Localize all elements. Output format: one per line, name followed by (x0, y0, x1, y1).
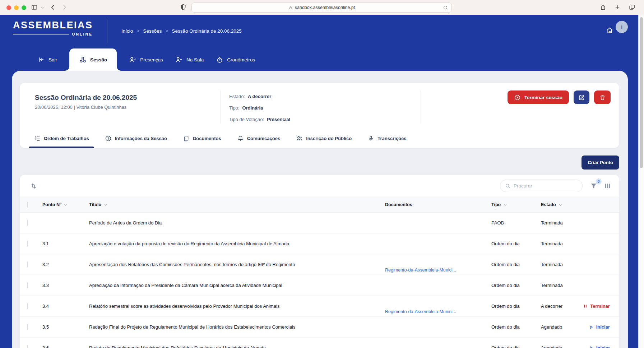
people-icon (296, 135, 303, 142)
cell-tipo: Ordem do dia (475, 324, 526, 330)
info-icon (105, 135, 112, 142)
play-icon (589, 325, 594, 330)
lock-icon (288, 5, 293, 10)
action-label: Terminar (590, 303, 610, 309)
tabs-overview-icon[interactable] (629, 4, 635, 11)
start-point-button[interactable]: Iniciar (589, 324, 610, 330)
person-check-icon (129, 56, 136, 64)
tab-sair[interactable]: Sair (38, 56, 57, 63)
privacy-shield-icon[interactable] (180, 3, 187, 11)
home-icon[interactable] (606, 26, 614, 34)
tab-na-sala-label: Na Sala (186, 57, 204, 62)
column-header-tipo[interactable]: Tipo (475, 202, 526, 207)
column-header-estado[interactable]: Estado (526, 202, 572, 207)
sort-updown-icon[interactable] (30, 182, 38, 190)
tab-cronometros[interactable]: Cronómetros (216, 56, 255, 64)
subtab-transcricoes[interactable]: Transcrições (363, 129, 411, 148)
cell-tipo: Ordem do dia (475, 303, 526, 309)
terminate-session-button[interactable]: Terminar sessão (508, 91, 569, 104)
traffic-lights (6, 5, 26, 10)
avatar-initial: I (621, 24, 622, 30)
points-table-card: 0 Ponto Nº Título Documentos Tipo (20, 175, 619, 348)
cell-titulo: Redação Final do Projeto de Regulamento … (89, 324, 356, 330)
columns-icon[interactable] (604, 182, 611, 190)
tab-cronometros-label: Cronómetros (227, 57, 255, 62)
cell-titulo: Apresentação dos Relatórios das Comissõe… (89, 262, 356, 267)
delete-session-button[interactable] (594, 91, 611, 104)
tab-na-sala[interactable]: Na Sala (175, 56, 204, 64)
new-tab-icon[interactable] (614, 4, 621, 11)
breadcrumb-link-inicio[interactable]: Início (121, 28, 133, 34)
search-box[interactable] (500, 180, 583, 192)
create-point-button[interactable]: Criar Ponto (582, 156, 619, 170)
edit-session-button[interactable] (574, 91, 589, 104)
row-checkbox[interactable] (27, 241, 28, 247)
row-checkbox[interactable] (27, 345, 28, 348)
browser-chrome: sandbox.assembleiasonline.pt (0, 0, 644, 15)
row-checkbox[interactable] (27, 324, 28, 330)
sidebar-toggle-icon[interactable] (31, 4, 38, 11)
breadcrumb-link-sessoes[interactable]: Sessões (143, 28, 162, 34)
session-card: Sessão Ordinária de 20.06.2025 20/06/202… (20, 83, 619, 148)
subtab-informacoes-da-sessao[interactable]: Informações da Sessão (100, 129, 172, 148)
row-checkbox[interactable] (27, 303, 28, 309)
table-row: 3.2 Apresentação dos Relatórios das Comi… (20, 254, 619, 275)
cell-estado: Agendado (526, 345, 572, 348)
row-checkbox[interactable] (27, 282, 28, 288)
logo-subtext: ONLINE (72, 32, 93, 36)
subtab-label: Inscrição do Público (306, 136, 352, 141)
share-icon[interactable] (600, 4, 606, 11)
select-all-checkbox[interactable] (27, 202, 28, 208)
row-checkbox[interactable] (27, 261, 28, 268)
subtab-ordem-de-trabalhos[interactable]: Ordem de Trabalhos (29, 129, 94, 148)
chevron-down-icon (503, 203, 508, 207)
document-link[interactable]: Regimento-da-Assembleia-Munici... (385, 309, 456, 314)
scrollbar-thumb[interactable] (640, 17, 643, 168)
forward-button[interactable] (61, 4, 68, 11)
cell-ponto: 3.2 (42, 262, 89, 267)
maximize-window-button[interactable] (22, 5, 26, 10)
action-label: Iniciar (596, 345, 610, 348)
subtab-inscricao-do-publico[interactable]: Inscrição do Público (291, 129, 356, 148)
cell-titulo: Projeto de Regulamento Municipal dos Ref… (89, 345, 356, 348)
cell-titulo: Apreciação e votação da proposta de revi… (89, 241, 356, 246)
subtab-comunicacoes[interactable]: Comunicações (232, 129, 285, 148)
minimize-window-button[interactable] (14, 5, 19, 10)
close-window-button[interactable] (6, 5, 11, 10)
circled-x-icon (514, 94, 521, 101)
tab-presencas-label: Presenças (140, 57, 163, 62)
cell-estado: Terminada (526, 220, 572, 226)
tab-sessao-label: Sessão (90, 57, 107, 62)
page-scrollbar[interactable] (638, 15, 644, 348)
breadcrumb: Início > Sessões > Sessão Ordinária de 2… (121, 28, 242, 34)
estado-value: A decorrer (248, 94, 271, 99)
tab-presencas[interactable]: Presenças (129, 56, 163, 64)
column-header-titulo[interactable]: Título (89, 202, 356, 207)
chevron-down-icon (103, 203, 108, 207)
terminate-point-button[interactable]: Terminar (583, 303, 610, 309)
app-logo[interactable]: ASSEMBLEIAS ONLINE (13, 20, 93, 36)
document-link[interactable]: Regimento-da-Assembleia-Munici... (385, 268, 456, 273)
subtab-documentos[interactable]: Documentos (178, 129, 226, 148)
cell-ponto: 3.1 (42, 241, 89, 246)
tab-sessao[interactable]: Sessão (69, 48, 117, 71)
cell-titulo: Período de Antes da Ordem do Dia (89, 220, 356, 226)
subtab-label: Informações da Sessão (115, 136, 167, 141)
column-header-ponto[interactable]: Ponto Nº (42, 202, 89, 207)
start-point-button[interactable]: Iniciar (589, 345, 610, 348)
table-toolbar: 0 (20, 175, 619, 197)
row-checkbox[interactable] (27, 220, 28, 226)
main-nav-tabs: Sair Sessão Presenças Na Sala Cronómetro… (0, 48, 632, 71)
filter-button[interactable]: 0 (590, 182, 598, 190)
reload-icon[interactable] (443, 5, 448, 10)
chevron-down-icon[interactable] (40, 6, 44, 10)
chevron-down-icon (558, 203, 563, 207)
back-button[interactable] (50, 4, 56, 11)
address-bar[interactable]: sandbox.assembleiasonline.pt (191, 3, 452, 13)
breadcrumb-separator: > (162, 28, 172, 34)
search-input[interactable] (514, 183, 578, 189)
column-label: Título (89, 202, 101, 207)
vertical-divider (421, 91, 421, 124)
subtab-label: Comunicações (247, 136, 280, 141)
avatar[interactable]: I (616, 21, 628, 33)
